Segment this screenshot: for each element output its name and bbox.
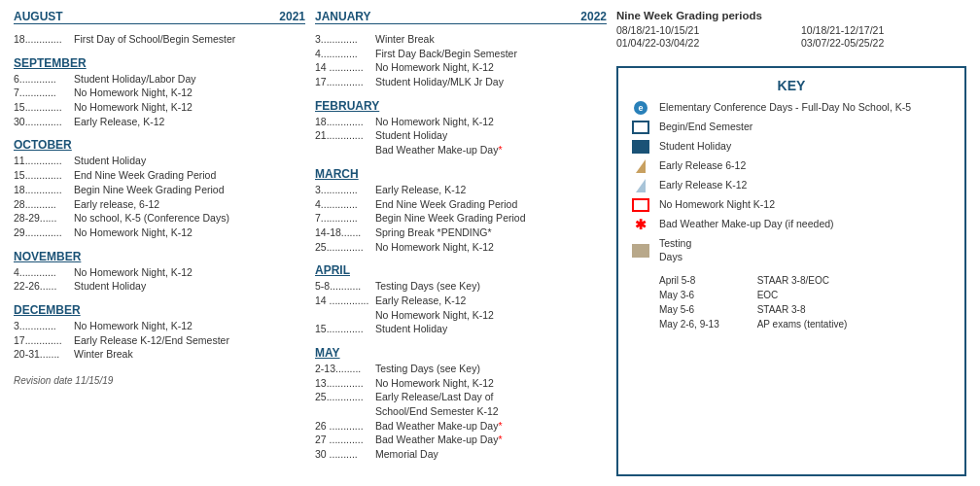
list-item: 28-29...... No school, K-5 (Conference D… (14, 211, 305, 226)
key-item-testing: Testing Days April 5-8 STAAR 3-8/EOC May… (630, 237, 953, 331)
key-label-early-release-6-12: Early Release 6-12 (659, 159, 953, 173)
month-december: DECEMBER 3............. No Homework Nigh… (14, 303, 305, 362)
left-month-label: AUGUST (14, 10, 63, 23)
key-item-no-homework: No Homework Night K-12 (630, 198, 953, 212)
early-release-k-12-icon (636, 179, 646, 192)
list-item: 6............. Student Holiday/Labor Day (14, 72, 305, 87)
early-release-6-12-icon (636, 159, 646, 173)
list-item: 7............. Begin Nine Week Grading P… (315, 211, 607, 226)
list-item: 28........... Early release, 6-12 (14, 197, 305, 212)
month-title-october: OCTOBER (14, 138, 305, 152)
month-november: NOVEMBER 4............. No Homework Nigh… (14, 250, 305, 294)
month-august: 18............. First Day of School/Begi… (14, 32, 305, 47)
month-february: FEBRUARY 18............. No Homework Nig… (315, 99, 607, 157)
key-label-no-homework: No Homework Night K-12 (659, 198, 953, 212)
list-item: 13............. No Homework Night, K-12 (315, 376, 607, 391)
testing-entry: AP exams (tentative) (757, 318, 848, 331)
key-item-begin-end-semester: Begin/End Semester (630, 121, 953, 134)
elementary-conference-icon: e (634, 101, 648, 115)
red-star-icon: * (498, 420, 502, 432)
testing-entry: EOC (757, 289, 848, 302)
list-item: 21............. Student Holiday (315, 128, 607, 143)
list-item: School/End Semester K-12 (315, 404, 607, 419)
month-title-february: FEBRUARY (315, 99, 607, 113)
list-item: 18............. First Day of School/Begi… (14, 32, 305, 47)
testing-days-icon (632, 244, 649, 258)
no-homework-icon (632, 198, 649, 212)
key-label-testing: Testing Days (659, 237, 714, 263)
key-item-student-holiday: Student Holiday (630, 140, 953, 154)
left-year-label: 2021 (279, 10, 305, 23)
list-item: 11............. Student Holiday (14, 154, 305, 168)
testing-entry: STAAR 3-8 (757, 303, 848, 317)
middle-year-header: JANUARY 2022 (315, 10, 607, 24)
nine-week-period: 10/18/21-12/17/21 (801, 24, 966, 36)
main-container: AUGUST 2021 18............. First Day of… (14, 10, 966, 476)
middle-column: JANUARY 2022 3............. Winter Break… (315, 10, 607, 476)
key-item-elementary: e Elementary Conference Days - Full-Day … (630, 101, 953, 115)
testing-entry: STAAR 3-8/EOC (757, 274, 848, 288)
list-item: 20-31....... Winter Break (14, 347, 305, 362)
begin-end-semester-icon (632, 121, 649, 134)
left-year-header: AUGUST 2021 (14, 10, 305, 24)
list-item: 4............. End Nine Week Grading Per… (315, 197, 607, 212)
nine-week-grid: 08/18/21-10/15/21 10/18/21-12/17/21 01/0… (616, 24, 966, 49)
month-september: SEPTEMBER 6............. Student Holiday… (14, 56, 305, 129)
month-title-december: DECEMBER (14, 303, 305, 317)
month-may: MAY 2-13......... Testing Days (see Key)… (315, 346, 607, 462)
key-item-early-release-6-12: Early Release 6-12 (630, 159, 953, 173)
month-march: MARCH 3............. Early Release, K-12… (315, 167, 607, 254)
month-october: OCTOBER 11............. Student Holiday … (14, 138, 305, 239)
student-holiday-icon (632, 140, 649, 154)
nine-week-title: Nine Week Grading periods (616, 10, 966, 21)
list-item: 25............. Early Release/Last Day o… (315, 390, 607, 404)
list-item: 2-13......... Testing Days (see Key) (315, 362, 607, 376)
nine-week-period: 03/07/22-05/25/22 (801, 37, 966, 49)
nine-week-period: 08/18/21-10/15/21 (616, 24, 782, 36)
right-column: Nine Week Grading periods 08/18/21-10/15… (616, 10, 966, 476)
month-title-september: SEPTEMBER (14, 56, 305, 70)
list-item: 26 ............ Bad Weather Make-up Day* (315, 419, 607, 434)
list-item: 3............. Early Release, K-12 (315, 183, 607, 197)
month-title-may: MAY (315, 346, 607, 360)
list-item: 15............. Student Holiday (315, 322, 607, 336)
bad-weather-icon: ✱ (635, 218, 647, 231)
list-item: 29............. No Homework Night, K-12 (14, 226, 305, 240)
month-april: APRIL 5-8........... Testing Days (see K… (315, 263, 607, 336)
nine-week-period: 01/04/22-03/04/22 (616, 37, 782, 49)
testing-entry: May 3-6 (659, 289, 750, 302)
list-item: 14-18....... Spring Break *PENDING* (315, 226, 607, 240)
list-item: Bad Weather Make-up Day* (315, 143, 607, 157)
list-item: 14 ............ No Homework Night, K-12 (315, 60, 607, 75)
middle-year-label: 2022 (580, 10, 607, 23)
nine-week-section: Nine Week Grading periods 08/18/21-10/15… (616, 10, 966, 49)
list-item: 4............. No Homework Night, K-12 (14, 265, 305, 280)
key-label-bad-weather: Bad Weather Make-up Day (if needed) (659, 218, 953, 231)
key-title: KEY (630, 78, 953, 93)
list-item: 27 ............ Bad Weather Make-up Day* (315, 433, 607, 447)
list-item: 3............. No Homework Night, K-12 (14, 319, 305, 333)
key-label-begin-end-semester: Begin/End Semester (659, 121, 953, 134)
month-january: 3............. Winter Break 4...........… (315, 32, 607, 89)
list-item: 4............. First Day Back/Begin Seme… (315, 47, 607, 61)
list-item: 5-8........... Testing Days (see Key) (315, 279, 607, 294)
list-item: 15............. End Nine Week Grading Pe… (14, 168, 305, 183)
key-box: KEY e Elementary Conference Days - Full-… (616, 66, 966, 476)
key-label-early-release-k-12: Early Release K-12 (659, 179, 953, 192)
key-item-early-release-k-12: Early Release K-12 (630, 179, 953, 192)
list-item: 18............. Begin Nine Week Grading … (14, 183, 305, 197)
list-item: 18............. No Homework Night, K-12 (315, 115, 607, 129)
red-star-icon: * (498, 144, 502, 156)
list-item: 14 .............. Early Release, K-12 (315, 294, 607, 308)
testing-entry: April 5-8 (659, 274, 750, 288)
red-star-icon: * (498, 434, 502, 445)
list-item: 25............. No Homework Night, K-12 (315, 240, 607, 255)
list-item: 22-26...... Student Holiday (14, 279, 305, 294)
revision-note: Revision date 11/15/19 (14, 375, 305, 386)
key-label-elementary: Elementary Conference Days - Full-Day No… (659, 101, 953, 115)
list-item: 30............. Early Release, K-12 (14, 115, 305, 129)
left-column: AUGUST 2021 18............. First Day of… (14, 10, 305, 476)
list-item: 30 .......... Memorial Day (315, 447, 607, 462)
key-item-bad-weather: ✱ Bad Weather Make-up Day (if needed) (630, 218, 953, 231)
month-title-april: APRIL (315, 263, 607, 277)
